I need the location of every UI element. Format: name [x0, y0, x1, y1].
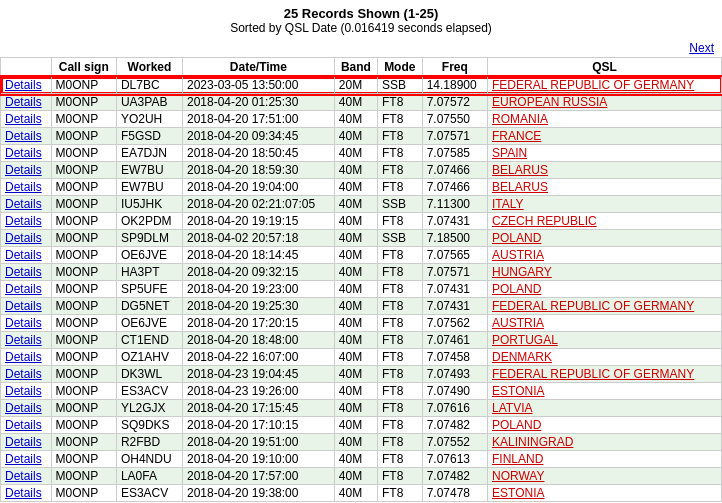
details-link[interactable]: Details — [5, 282, 42, 296]
mode-cell: FT8 — [377, 247, 422, 264]
callsign-cell: M0ONP — [51, 94, 116, 111]
table-row: DetailsM0ONPIU5JHK2018-04-20 02:21:07:05… — [1, 196, 722, 213]
worked-cell: ES3ACV — [116, 485, 182, 502]
qsl-link[interactable]: POLAND — [492, 418, 541, 432]
callsign-cell: M0ONP — [51, 468, 116, 485]
table-row: DetailsM0ONPOH4NDU2018-04-20 19:10:0040M… — [1, 451, 722, 468]
qsl-link[interactable]: CZECH REPUBLIC — [492, 214, 597, 228]
qsl-link[interactable]: FINLAND — [492, 452, 543, 466]
callsign-cell: M0ONP — [51, 230, 116, 247]
details-link[interactable]: Details — [5, 95, 42, 109]
worked-cell: LA0FA — [116, 468, 182, 485]
details-link[interactable]: Details — [5, 248, 42, 262]
qsl-link[interactable]: POLAND — [492, 231, 541, 245]
worked-cell: YO2UH — [116, 111, 182, 128]
worked-cell: DL7BC — [116, 77, 182, 94]
col-header-mode: Mode — [377, 58, 422, 77]
qsl-link[interactable]: ROMANIA — [492, 112, 548, 126]
freq-cell: 7.07466 — [422, 179, 487, 196]
qsl-link[interactable]: DENMARK — [492, 350, 552, 364]
qsl-link[interactable]: ESTONIA — [492, 486, 544, 500]
details-link[interactable]: Details — [5, 163, 42, 177]
details-link[interactable]: Details — [5, 367, 42, 381]
table-row: DetailsM0ONPLA0FA2018-04-20 17:57:0040MF… — [1, 468, 722, 485]
band-cell: 40M — [334, 230, 377, 247]
callsign-cell: M0ONP — [51, 383, 116, 400]
qsl-link[interactable]: BELARUS — [492, 180, 548, 194]
datetime-cell: 2018-04-02 20:57:18 — [183, 230, 335, 247]
details-link[interactable]: Details — [5, 333, 42, 347]
band-cell: 40M — [334, 264, 377, 281]
callsign-cell: M0ONP — [51, 332, 116, 349]
callsign-cell: M0ONP — [51, 366, 116, 383]
details-link[interactable]: Details — [5, 452, 42, 466]
table-row: DetailsM0ONPF5GSD2018-04-20 09:34:4540MF… — [1, 128, 722, 145]
qsl-link[interactable]: LATVIA — [492, 401, 532, 415]
details-link[interactable]: Details — [5, 231, 42, 245]
details-link[interactable]: Details — [5, 214, 42, 228]
details-link[interactable]: Details — [5, 384, 42, 398]
worked-cell: SP5UFE — [116, 281, 182, 298]
details-link[interactable]: Details — [5, 112, 42, 126]
details-link[interactable]: Details — [5, 401, 42, 415]
table-row: DetailsM0ONPYO2UH2018-04-20 17:51:0040MF… — [1, 111, 722, 128]
details-link[interactable]: Details — [5, 316, 42, 330]
details-link[interactable]: Details — [5, 265, 42, 279]
mode-cell: FT8 — [377, 94, 422, 111]
details-link[interactable]: Details — [5, 435, 42, 449]
mode-cell: FT8 — [377, 315, 422, 332]
callsign-cell: M0ONP — [51, 247, 116, 264]
freq-cell: 7.07550 — [422, 111, 487, 128]
freq-cell: 7.07572 — [422, 94, 487, 111]
freq-cell: 7.07431 — [422, 281, 487, 298]
qsl-link[interactable]: HUNGARY — [492, 265, 552, 279]
col-header-datetime: Date/Time — [183, 58, 335, 77]
worked-cell: OK2PDM — [116, 213, 182, 230]
table-row: DetailsM0ONPCT1END2018-04-20 18:48:0040M… — [1, 332, 722, 349]
qsl-link[interactable]: NORWAY — [492, 469, 544, 483]
table-row: DetailsM0ONPDL7BC2023-03-05 13:50:0020MS… — [1, 77, 722, 94]
worked-cell: DK3WL — [116, 366, 182, 383]
details-link[interactable]: Details — [5, 486, 42, 500]
table-header-row: Call sign Worked Date/Time Band Mode Fre… — [1, 58, 722, 77]
datetime-cell: 2018-04-23 19:04:45 — [183, 366, 335, 383]
callsign-cell: M0ONP — [51, 451, 116, 468]
worked-cell: SQ9DKS — [116, 417, 182, 434]
details-link[interactable]: Details — [5, 197, 42, 211]
mode-cell: FT8 — [377, 298, 422, 315]
datetime-cell: 2018-04-20 02:21:07:05 — [183, 196, 335, 213]
qsl-link[interactable]: ESTONIA — [492, 384, 544, 398]
qsl-link[interactable]: FEDERAL REPUBLIC OF GERMANY — [492, 299, 694, 313]
table-row: DetailsM0ONPR2FBD2018-04-20 19:51:0040MF… — [1, 434, 722, 451]
details-link[interactable]: Details — [5, 350, 42, 364]
qsl-link[interactable]: PORTUGAL — [492, 333, 558, 347]
details-link[interactable]: Details — [5, 299, 42, 313]
qsl-link[interactable]: EUROPEAN RUSSIA — [492, 95, 607, 109]
worked-cell: CT1END — [116, 332, 182, 349]
mode-cell: FT8 — [377, 145, 422, 162]
qsl-link[interactable]: AUSTRIA — [492, 316, 544, 330]
qsl-link[interactable]: KALININGRAD — [492, 435, 573, 449]
qsl-link[interactable]: ITALY — [492, 197, 524, 211]
mode-cell: SSB — [377, 196, 422, 213]
next-link-top[interactable]: Next — [0, 39, 722, 57]
qsl-link[interactable]: FEDERAL REPUBLIC OF GERMANY — [492, 78, 694, 92]
table-row: DetailsM0ONPES3ACV2018-04-23 19:26:0040M… — [1, 383, 722, 400]
qsl-link[interactable]: POLAND — [492, 282, 541, 296]
details-link[interactable]: Details — [5, 418, 42, 432]
details-link[interactable]: Details — [5, 180, 42, 194]
qsl-link[interactable]: BELARUS — [492, 163, 548, 177]
callsign-cell: M0ONP — [51, 434, 116, 451]
qsl-link[interactable]: FRANCE — [492, 129, 541, 143]
qsl-link[interactable]: FEDERAL REPUBLIC OF GERMANY — [492, 367, 694, 381]
datetime-cell: 2018-04-20 19:19:15 — [183, 213, 335, 230]
qsl-link[interactable]: SPAIN — [492, 146, 527, 160]
mode-cell: FT8 — [377, 468, 422, 485]
details-link[interactable]: Details — [5, 78, 42, 92]
table-row: DetailsM0ONPYL2GJX2018-04-20 17:15:4540M… — [1, 400, 722, 417]
details-link[interactable]: Details — [5, 129, 42, 143]
datetime-cell: 2018-04-20 17:15:45 — [183, 400, 335, 417]
details-link[interactable]: Details — [5, 146, 42, 160]
details-link[interactable]: Details — [5, 469, 42, 483]
qsl-link[interactable]: AUSTRIA — [492, 248, 544, 262]
